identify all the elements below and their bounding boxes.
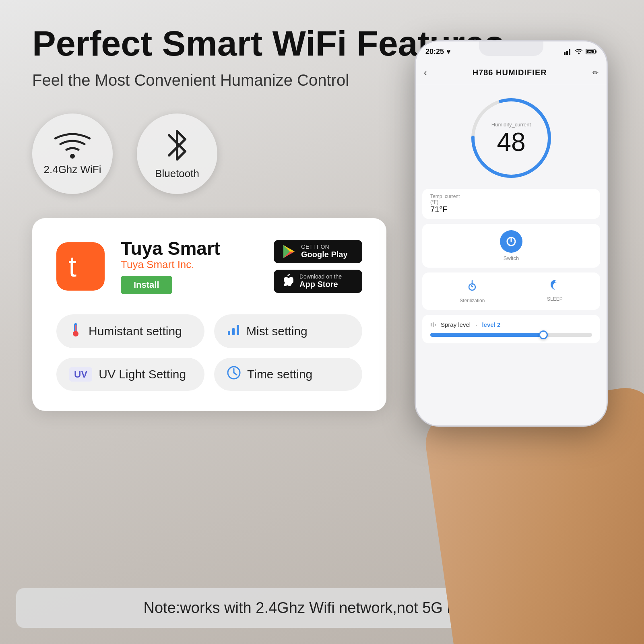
app-content: Humidity_current 48 Temp_current(°F) 71°… (416, 84, 607, 425)
install-button[interactable]: Install (121, 276, 172, 294)
app-store-top: Download on the (299, 274, 342, 279)
time-feature[interactable]: Time setting (214, 358, 362, 391)
uv-label: UV Light Setting (99, 367, 186, 381)
google-play-top: GET IT ON (301, 244, 348, 250)
battery-icon: 79 (586, 48, 597, 55)
thermometer-icon (69, 322, 82, 340)
mist-label: Mist setting (246, 324, 308, 338)
sleep-svg (549, 279, 560, 290)
sterilization-svg (466, 279, 479, 292)
clock-icon (227, 366, 241, 383)
status-icons: 79 (564, 48, 597, 55)
app-company: Tuya Smart Inc. (121, 258, 258, 271)
svg-rect-11 (237, 325, 239, 335)
sleep-button[interactable]: SLEEP (547, 279, 563, 303)
back-chevron[interactable]: ‹ (424, 68, 427, 78)
svg-point-0 (70, 154, 75, 159)
humistant-feature[interactable]: Humistant setting (56, 314, 204, 348)
spray-label: Spray level (441, 321, 471, 328)
humistant-label: Humistant setting (89, 324, 182, 338)
svg-rect-17 (569, 49, 570, 55)
phone-mockup: 20:25 ♥ 79 (415, 40, 608, 427)
svg-rect-9 (228, 331, 230, 335)
phone-container: 20:25 ♥ 79 (386, 40, 636, 427)
status-time: 20:25 ♥ (425, 47, 451, 56)
apple-icon (282, 274, 295, 289)
uv-feature[interactable]: UV UV Light Setting (56, 358, 204, 391)
time-label: Time setting (247, 367, 312, 381)
uv-badge: UV (69, 367, 92, 382)
power-button[interactable] (500, 230, 522, 253)
power-icon (506, 236, 517, 247)
google-play-text: GET IT ON Google Play (301, 244, 348, 259)
phone-notch (479, 41, 543, 56)
temp-label: Temp_current(°F) (430, 194, 592, 205)
bluetooth-icon (165, 127, 189, 163)
tuya-logo: t (64, 250, 97, 283)
temp-value: 71°F (430, 205, 592, 214)
bluetooth-icon-circle: Bluetooth (137, 114, 217, 194)
gauge-inner: Humidity_current 48 (467, 94, 555, 182)
gauge-container: Humidity_current 48 (416, 84, 607, 189)
tuya-app-icon: t (56, 242, 105, 291)
wifi-icon (54, 131, 91, 159)
spray-thumb (539, 330, 548, 339)
features-grid: Humistant setting Mist setting UV UV Lig… (56, 314, 362, 391)
svg-rect-16 (566, 51, 568, 55)
spray-level: level 2 (482, 321, 500, 328)
app-row: t Tuya Smart Tuya Smart Inc. Install (56, 238, 362, 295)
spray-fill (430, 333, 543, 337)
app-name: Tuya Smart (121, 238, 258, 259)
heart-icon: ♥ (446, 47, 451, 56)
app-info: Tuya Smart Tuya Smart Inc. Install (121, 238, 258, 295)
spray-icon (430, 322, 438, 328)
svg-rect-8 (75, 325, 76, 331)
svg-rect-15 (564, 52, 566, 55)
switch-label: Switch (504, 255, 519, 261)
spray-header: Spray level · level 2 (430, 321, 592, 328)
svg-text:t: t (68, 250, 76, 283)
sterilization-label: Sterilization (460, 298, 485, 303)
wifi-icon-circle: 2.4Ghz WiFi (32, 114, 113, 194)
google-play-button[interactable]: GET IT ON Google Play (274, 240, 362, 263)
humidity-value: 48 (497, 129, 525, 155)
time-display: 20:25 (425, 47, 444, 56)
mode-section: Sterilization SLEEP (422, 272, 600, 310)
app-header-title: H786 HUMIDIFIER (473, 68, 547, 77)
signal-icon (564, 48, 572, 55)
humidity-label: Humidity_current (491, 122, 531, 128)
edit-icon[interactable]: ✏ (592, 68, 599, 77)
sleep-label: SLEEP (547, 296, 563, 302)
svg-point-7 (73, 331, 78, 336)
svg-line-14 (234, 373, 237, 375)
svg-rect-10 (232, 328, 235, 335)
spray-section: Spray level · level 2 (422, 315, 600, 343)
app-header: ‹ H786 HUMIDIFIER ✏ (416, 62, 607, 84)
temp-card: Temp_current(°F) 71°F (422, 189, 600, 219)
wifi-status-icon (575, 48, 582, 55)
app-store-button[interactable]: Download on the App Store (274, 270, 362, 293)
svg-rect-20 (595, 50, 597, 53)
spray-slider[interactable] (430, 333, 592, 337)
app-store-text: Download on the App Store (299, 274, 342, 289)
svg-point-18 (578, 53, 580, 54)
mist-feature[interactable]: Mist setting (214, 314, 362, 348)
google-play-icon (282, 244, 296, 259)
sterilization-button[interactable]: Sterilization (460, 279, 485, 303)
wifi-label: 2.4Ghz WiFi (43, 163, 101, 176)
app-store-bottom: App Store (299, 279, 342, 289)
app-info-card: t Tuya Smart Tuya Smart Inc. Install (32, 218, 386, 411)
sterilization-icon (466, 279, 479, 295)
sleep-icon (549, 279, 560, 293)
humidity-gauge: Humidity_current 48 (467, 94, 555, 182)
google-play-bottom: Google Play (301, 250, 348, 259)
store-buttons: GET IT ON Google Play Download on the Ap… (274, 240, 362, 293)
bars-icon (227, 323, 240, 339)
switch-section: Switch (422, 224, 600, 268)
svg-text:79: 79 (588, 50, 592, 54)
bluetooth-label: Bluetooth (155, 167, 199, 180)
